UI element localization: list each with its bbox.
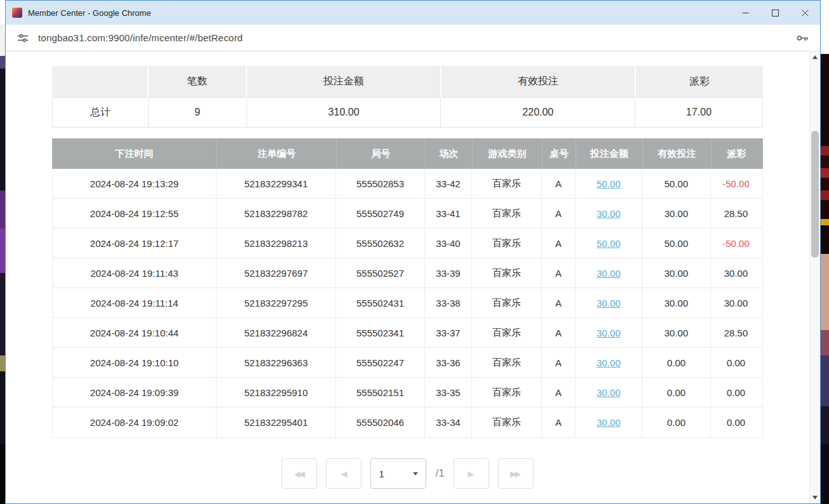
bet-amount-link[interactable]: 50.00 bbox=[596, 238, 621, 249]
scrollbar-thumb[interactable] bbox=[811, 131, 819, 258]
cell-round-id: 555502341 bbox=[336, 318, 425, 347]
bet-amount-link[interactable]: 30.00 bbox=[596, 298, 621, 308]
cell-game-type: 百家乐 bbox=[472, 199, 542, 228]
cell-session: 33-36 bbox=[425, 348, 472, 377]
next-page-icon: ▶ bbox=[468, 469, 475, 479]
summary-header-blank bbox=[52, 66, 149, 97]
cell-bet-amount: 50.00 bbox=[576, 229, 642, 258]
cell-round-id: 555502046 bbox=[336, 408, 425, 437]
next-page-button[interactable]: ▶ bbox=[454, 458, 489, 489]
cell-bet-id: 521832299341 bbox=[217, 169, 336, 198]
background-segment bbox=[821, 200, 829, 219]
summary-total-count: 9 bbox=[149, 98, 247, 127]
background-segment bbox=[0, 0, 5, 24]
background-segment bbox=[821, 146, 829, 156]
minimize-button[interactable] bbox=[731, 1, 760, 25]
background-page-left bbox=[0, 0, 5, 504]
cell-valid-bet: 50.00 bbox=[642, 169, 711, 198]
background-segment bbox=[821, 168, 829, 178]
summary-header-payout: 派彩 bbox=[636, 66, 763, 97]
summary-total-label: 总计 bbox=[53, 98, 149, 127]
summary-header-row: 笔数 投注金额 有效投注 派彩 bbox=[52, 66, 763, 97]
cell-valid-bet: 30.00 bbox=[642, 318, 711, 347]
cell-bet-amount: 30.00 bbox=[576, 408, 642, 437]
background-segment bbox=[821, 254, 829, 330]
bet-amount-link[interactable]: 30.00 bbox=[596, 328, 621, 338]
title-bar[interactable]: Member Center - Google Chrome bbox=[6, 1, 820, 25]
cell-valid-bet: 0.00 bbox=[642, 378, 711, 407]
first-page-button[interactable]: ◀◀ bbox=[281, 458, 317, 489]
bet-amount-link[interactable]: 30.00 bbox=[596, 417, 621, 428]
cell-payout: -50.00 bbox=[711, 229, 761, 258]
url-text[interactable]: tongbao31.com:9900/infe/mcenter/#/betRec… bbox=[38, 32, 243, 43]
background-page-right bbox=[821, 0, 829, 504]
background-segment bbox=[0, 355, 5, 371]
background-segment bbox=[821, 190, 829, 200]
site-info-tune-icon[interactable] bbox=[16, 31, 30, 45]
cell-session: 33-42 bbox=[425, 169, 472, 198]
background-segment bbox=[821, 156, 829, 168]
scroll-up-arrow-icon[interactable] bbox=[812, 55, 818, 59]
bet-amount-link[interactable]: 30.00 bbox=[596, 357, 621, 368]
cell-time: 2024-08-24 19:09:39 bbox=[53, 378, 217, 407]
background-segment bbox=[821, 330, 829, 355]
cell-valid-bet: 30.00 bbox=[642, 258, 711, 288]
header-valid-bet: 有效投注 bbox=[643, 138, 711, 169]
cell-session: 33-39 bbox=[425, 258, 472, 288]
background-segment bbox=[0, 69, 5, 190]
summary-total-bet-amount: 310.00 bbox=[247, 98, 441, 127]
last-page-icon: ▶▶ bbox=[510, 469, 519, 479]
cell-payout: 30.00 bbox=[711, 258, 761, 288]
cell-round-id: 555502853 bbox=[336, 169, 425, 198]
page-select[interactable]: 1 bbox=[370, 458, 426, 489]
summary-total-payout: 17.00 bbox=[635, 98, 762, 127]
summary-header-bet-amount: 投注金额 bbox=[247, 66, 441, 97]
cell-bet-amount: 30.00 bbox=[576, 348, 642, 377]
cell-bet-id: 521832298782 bbox=[217, 199, 336, 228]
window-controls bbox=[731, 1, 820, 25]
cell-game-type: 百家乐 bbox=[472, 229, 542, 258]
bet-amount-link[interactable]: 50.00 bbox=[596, 178, 621, 189]
header-game-type: 游戏类别 bbox=[473, 138, 543, 169]
maximize-button[interactable] bbox=[760, 1, 790, 25]
cell-payout: 0.00 bbox=[711, 408, 761, 437]
table-row: 2024-08-24 19:13:29521832299341555502853… bbox=[53, 169, 762, 199]
window-title: Member Center - Google Chrome bbox=[28, 8, 151, 18]
cell-table-no: A bbox=[542, 378, 576, 407]
summary-table: 笔数 投注金额 有效投注 派彩 总计 9 310.00 220.00 17.00 bbox=[52, 66, 763, 128]
cell-time: 2024-08-24 19:11:14 bbox=[53, 288, 217, 317]
scroll-down-arrow-icon[interactable] bbox=[812, 496, 818, 500]
prev-page-button[interactable]: ◀ bbox=[326, 458, 361, 489]
bet-amount-link[interactable]: 30.00 bbox=[596, 387, 621, 398]
cell-time: 2024-08-24 19:10:10 bbox=[53, 348, 217, 377]
last-page-button[interactable]: ▶▶ bbox=[498, 458, 534, 489]
cell-bet-id: 521832295910 bbox=[217, 378, 336, 407]
cell-table-no: A bbox=[542, 229, 576, 258]
cell-valid-bet: 50.00 bbox=[642, 229, 711, 258]
pagination: ◀◀ ◀ 1 /1 ▶ ▶▶ bbox=[52, 458, 763, 489]
background-segment bbox=[821, 178, 829, 190]
close-button[interactable] bbox=[790, 1, 820, 25]
cell-bet-id: 521832298213 bbox=[217, 229, 336, 258]
cell-time: 2024-08-24 19:12:17 bbox=[53, 229, 217, 258]
cell-round-id: 555502527 bbox=[336, 258, 425, 288]
page-select-value: 1 bbox=[379, 468, 384, 479]
summary-total-valid-bet: 220.00 bbox=[441, 98, 635, 127]
bet-amount-link[interactable]: 30.00 bbox=[596, 208, 621, 219]
background-segment bbox=[0, 190, 5, 229]
cell-session: 33-34 bbox=[425, 408, 472, 437]
cell-game-type: 百家乐 bbox=[472, 258, 542, 288]
cell-bet-amount: 30.00 bbox=[576, 318, 642, 347]
background-segment bbox=[821, 219, 829, 225]
page-total-label: /1 bbox=[435, 467, 444, 480]
bet-amount-link[interactable]: 30.00 bbox=[596, 268, 621, 279]
cell-bet-id: 521832296824 bbox=[217, 318, 336, 347]
background-segment bbox=[0, 229, 5, 273]
password-key-icon[interactable] bbox=[795, 30, 810, 46]
cell-bet-id: 521832295401 bbox=[217, 408, 336, 437]
scrollbar[interactable] bbox=[809, 51, 820, 503]
bet-record-table: 下注时间 注单编号 局号 场次 游戏类别 桌号 投注金额 有效投注 派彩 202… bbox=[52, 138, 763, 438]
header-time: 下注时间 bbox=[52, 138, 217, 169]
summary-total-row: 总计 9 310.00 220.00 17.00 bbox=[52, 97, 763, 128]
table-row: 2024-08-24 19:10:10521832296363555502247… bbox=[53, 348, 762, 378]
